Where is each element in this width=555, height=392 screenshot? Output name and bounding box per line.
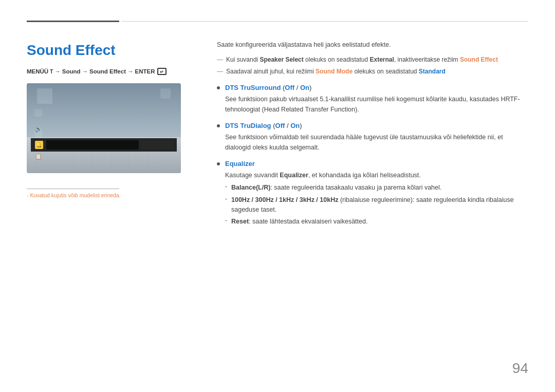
title-sep-1: /	[294, 84, 300, 91]
sub-bullet-freq: - 100Hz / 300Hz / 1kHz / 3kHz / 10kHz (r…	[225, 195, 528, 215]
page-title: Sound Effect	[27, 42, 196, 59]
footnote-text: - Kuvatud kujutis võib mudelist erineda.	[27, 192, 196, 198]
menu-path-prefix: MENÜÜ	[27, 68, 48, 74]
bullet-desc-3: Kasutage suvandit Equalizer, et kohandad…	[225, 170, 528, 180]
sub-text-freq: 100Hz / 300Hz / 1kHz / 3kHz / 10kHz (rib…	[231, 195, 528, 215]
bullet-title-1: DTS TruSurround (Off / On)	[225, 84, 528, 91]
top-decorative-lines	[27, 21, 528, 22]
sub-bold-freq: 100Hz / 300Hz / 1kHz / 3kHz / 10kHz	[231, 196, 338, 203]
bullet-desc-1: See funktsioon pakub virtuaalset 5.1-kan…	[225, 94, 528, 115]
bullet-item-equalizer: Equalizer Kasutage suvandit Equalizer, e…	[217, 160, 528, 227]
note-line-2-text: Saadaval ainult juhul, kui režiimi Sound…	[226, 67, 446, 77]
note-bold-standard: Standard	[419, 68, 446, 75]
sub-text-reset: Reset: saate lähtestada ekvalaiseri vaik…	[231, 217, 367, 227]
tv-selected-label	[46, 140, 139, 150]
left-column: Sound Effect MENÜÜT → Sound → Sound Effe…	[27, 36, 196, 234]
bullet-dot-2	[217, 124, 220, 127]
note-line-1: Kui suvandi Speaker Select olekuks on se…	[217, 55, 528, 65]
bullet-title-3: Equalizer	[225, 160, 528, 167]
title-off-1: Off	[285, 84, 294, 91]
tv-row-icon-2: 📋	[35, 153, 42, 160]
tv-icon-decoration2	[160, 88, 171, 99]
note-bold-sound-mode: Sound Mode	[316, 68, 353, 75]
title-dts-trudialog: DTS TruDialog	[225, 122, 271, 129]
tv-row-1: 🔊	[31, 123, 177, 135]
title-on-2: On	[290, 122, 300, 129]
note-bold-speaker-select: Speaker Select	[260, 56, 303, 63]
title-dts-trusurround: DTS TruSurround	[225, 84, 281, 91]
desc-bold-equalizer: Equalizer	[280, 172, 308, 179]
note-line-2: Saadaval ainult juhul, kui režiimi Sound…	[217, 67, 528, 77]
menu-path-arrow3: →	[127, 68, 134, 74]
bullet-item-dts-trudialog: DTS TruDialog (Off / On) See funktsioon …	[217, 122, 528, 153]
note-bold-sound-effect: Sound Effect	[460, 56, 498, 63]
bullet-title-2: DTS TruDialog (Off / On)	[225, 122, 528, 129]
sub-bullet-reset: - Reset: saate lähtestada ekvalaiseri va…	[225, 217, 528, 227]
sub-dash-1: -	[225, 183, 227, 190]
content-area: Sound Effect MENÜÜT → Sound → Sound Effe…	[27, 36, 528, 234]
bullet-content-1: DTS TruSurround (Off / On) See funktsioo…	[225, 84, 528, 115]
sub-text-balance: Balance(L/R): saate reguleerida tasakaal…	[231, 183, 441, 193]
tv-row-2: 📋	[31, 151, 177, 162]
bullet-desc-2: See funktsioon võimaldab teil suurendada…	[225, 132, 528, 153]
tv-icon-decoration1	[37, 88, 52, 104]
title-paren-close-2: )	[300, 122, 302, 129]
bullet-section: DTS TruSurround (Off / On) See funktsioo…	[217, 84, 528, 227]
note-line-1-text: Kui suvandi Speaker Select olekuks on se…	[226, 55, 498, 65]
tv-screenshot: 🔔 🔊 📋	[27, 83, 181, 173]
title-paren-close-1: )	[309, 84, 311, 91]
bullet-content-3: Equalizer Kasutage suvandit Equalizer, e…	[225, 160, 528, 227]
top-line-dark	[27, 21, 119, 22]
page-number: 94	[512, 360, 528, 377]
footnote-divider	[27, 189, 119, 189]
intro-text: Saate konfigureerida väljastatava heli j…	[217, 40, 528, 50]
page-container: Sound Effect MENÜÜT → Sound → Sound Effe…	[0, 0, 555, 392]
menu-path-item3: ENTER	[135, 68, 155, 74]
title-sep-2: /	[285, 122, 290, 129]
sub-dash-2: -	[225, 195, 227, 202]
menu-path-icon: T	[50, 69, 53, 74]
title-equalizer: Equalizer	[225, 160, 255, 167]
sub-bold-balance: Balance(L/R)	[231, 184, 270, 191]
bullet-dot-3	[217, 162, 220, 165]
menu-path-item2: Sound Effect	[89, 68, 126, 74]
menu-path-arrow2: →	[82, 68, 88, 74]
menu-path-arrow1: →	[54, 68, 61, 74]
tv-label-bar	[142, 140, 173, 150]
tv-icon-decoration3	[34, 109, 42, 117]
tv-selected-icon: 🔔	[35, 141, 43, 149]
sub-dash-3: -	[225, 217, 227, 224]
title-on-1: On	[300, 84, 309, 91]
right-column: Saate konfigureerida väljastatava heli j…	[217, 36, 528, 234]
tv-row-icon-1: 🔊	[35, 126, 42, 133]
sub-bold-reset: Reset	[231, 218, 249, 225]
menu-path-item1: Sound	[62, 68, 81, 74]
tv-selected-menu-row: 🔔	[31, 138, 177, 152]
sub-bullet-balance: - Balance(L/R): saate reguleerida tasaka…	[225, 183, 528, 193]
top-line-light	[121, 21, 528, 22]
enter-icon: ↵	[157, 68, 166, 75]
bullet-dot-1	[217, 86, 220, 89]
title-off-2: Off	[275, 122, 285, 129]
bullet-content-2: DTS TruDialog (Off / On) See funktsioon …	[225, 122, 528, 153]
note-bold-external: External	[370, 56, 394, 63]
bullet-item-dts-trusurround: DTS TruSurround (Off / On) See funktsioo…	[217, 84, 528, 115]
menu-path: MENÜÜT → Sound → Sound Effect → ENTER ↵	[27, 68, 196, 75]
